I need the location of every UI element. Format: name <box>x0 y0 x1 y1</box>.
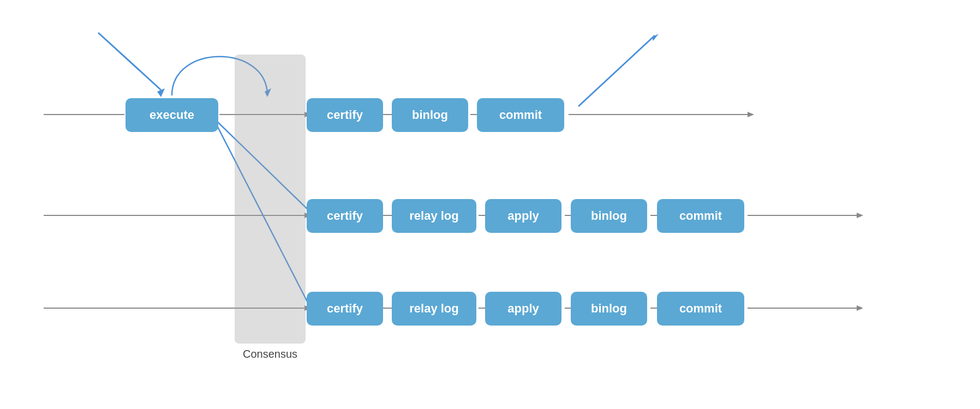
binlog1-node: binlog <box>392 98 468 132</box>
certify1-node: certify <box>307 98 383 132</box>
apply2-node: apply <box>485 199 561 233</box>
svg-marker-39 <box>652 34 659 41</box>
relaylog2-node: relay log <box>392 199 476 233</box>
commit3-node: commit <box>657 292 744 326</box>
consensus-box <box>235 55 306 344</box>
commit1-node: commit <box>477 98 564 132</box>
certify3-node: certify <box>307 292 383 326</box>
commit2-node: commit <box>657 199 744 233</box>
relaylog3-node: relay log <box>392 292 476 326</box>
svg-marker-8 <box>748 112 754 117</box>
binlog2-node: binlog <box>571 199 647 233</box>
svg-marker-20 <box>857 213 863 218</box>
apply3-node: apply <box>485 292 561 326</box>
svg-line-38 <box>578 35 655 106</box>
svg-marker-32 <box>857 305 863 311</box>
diagram-container: Consensus execute certify binlog commit … <box>0 0 980 409</box>
consensus-label: Consensus <box>235 348 306 360</box>
execute-node: execute <box>126 98 218 132</box>
binlog3-node: binlog <box>571 292 647 326</box>
svg-line-33 <box>98 33 161 90</box>
certify2-node: certify <box>307 199 383 233</box>
